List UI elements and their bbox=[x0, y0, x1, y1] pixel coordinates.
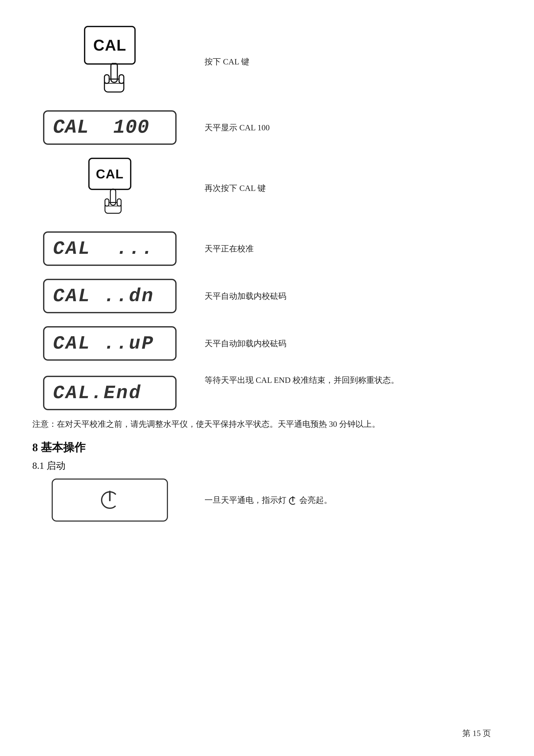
cal-text-3: 再次按下 CAL 键 bbox=[187, 182, 502, 195]
cal-text-6: 天平自动卸载内校砝码 bbox=[187, 337, 502, 350]
lcd-image-5: CAL ..dn bbox=[32, 279, 187, 313]
section81-heading: 8.1 启动 bbox=[32, 459, 502, 472]
lcd-display-2: CAL 100 bbox=[43, 110, 177, 145]
lcd-text-5: CAL ..dn bbox=[53, 285, 154, 307]
page-number: 第 15 页 bbox=[462, 728, 491, 739]
lcd-display-7: CAL.End bbox=[43, 376, 177, 410]
lcd-text-4: CAL ... bbox=[53, 238, 154, 259]
cal-text-2: 天平显示 CAL 100 bbox=[187, 121, 502, 134]
lcd-image-7: CAL.End bbox=[32, 376, 187, 410]
lcd-text-2: CAL 100 bbox=[53, 117, 149, 139]
cal-button-image-3: CAL bbox=[32, 158, 187, 218]
power-row-text: 一旦天平通电，指示灯 bbox=[205, 494, 286, 507]
cal-text-5: 天平自动加载内校砝码 bbox=[187, 289, 502, 303]
cal-row-6: CAL ..uP 天平自动卸载内校砝码 bbox=[32, 326, 502, 361]
cal-instruction-6: 天平自动卸载内校砝码 bbox=[205, 339, 286, 348]
cal-text-4: 天平正在校准 bbox=[187, 242, 502, 255]
cal-button-container-1: CAL bbox=[84, 26, 136, 97]
lcd-display-4: CAL ... bbox=[43, 231, 177, 266]
power-symbol-sup bbox=[287, 495, 298, 506]
lcd-display-6: CAL ..uP bbox=[43, 326, 177, 361]
svg-rect-8 bbox=[117, 199, 121, 206]
cal-row-7: CAL.End 等待天平出现 CAL END 校准结束，并回到称重状态。 bbox=[32, 374, 502, 410]
cal-row-5: CAL ..dn 天平自动加载内校砝码 bbox=[32, 279, 502, 313]
note-text: 注意：在对天平校准之前，请先调整水平仪，使天平保持水平状态。天平通电预热 30 … bbox=[32, 417, 442, 431]
cal-button-label-1: CAL bbox=[93, 37, 126, 54]
power-display bbox=[52, 478, 168, 522]
lcd-text-7: CAL.End bbox=[53, 382, 142, 404]
cal-row-4: CAL ... 天平正在校准 bbox=[32, 231, 502, 266]
cal-row-3: CAL 再次按下 CAL 键 bbox=[32, 158, 502, 218]
finger-icon-3 bbox=[102, 188, 124, 218]
cal-instruction-7: 等待天平出现 CAL END 校准结束，并回到称重状态。 bbox=[205, 375, 399, 385]
cal-instruction-2: 天平显示 CAL 100 bbox=[205, 123, 270, 132]
power-icon bbox=[99, 489, 120, 511]
svg-rect-3 bbox=[119, 75, 124, 83]
cal-instruction-5: 天平自动加载内校砝码 bbox=[205, 291, 286, 301]
svg-rect-2 bbox=[104, 75, 109, 83]
power-text: 一旦天平通电，指示灯 会亮起。 bbox=[187, 494, 502, 507]
cal-instruction-4: 天平正在校准 bbox=[205, 244, 254, 253]
section8-heading: 8 基本操作 bbox=[32, 440, 502, 455]
svg-rect-7 bbox=[105, 199, 109, 206]
power-row: 一旦天平通电，指示灯 会亮起。 bbox=[32, 478, 502, 522]
cal-row-1: CAL bbox=[32, 26, 502, 97]
cal-instruction-3: 再次按下 CAL 键 bbox=[205, 183, 266, 193]
lcd-image-4: CAL ... bbox=[32, 231, 187, 266]
section81-title: 8.1 启动 bbox=[32, 460, 65, 471]
cal-button-image-1: CAL bbox=[32, 26, 187, 97]
lcd-text-6: CAL ..uP bbox=[53, 333, 154, 354]
cal-button-container-3: CAL bbox=[88, 158, 131, 218]
cal-instruction-1: 按下 CAL 键 bbox=[205, 57, 249, 66]
lcd-image-2: CAL 100 bbox=[32, 110, 187, 145]
cal-button-1[interactable]: CAL bbox=[84, 26, 136, 65]
lcd-display-5: CAL ..dn bbox=[43, 279, 177, 313]
cal-row-2: CAL 100 天平显示 CAL 100 bbox=[32, 110, 502, 145]
page-label: 第 15 页 bbox=[462, 729, 491, 738]
power-row-text2: 会亮起。 bbox=[299, 494, 332, 507]
power-image-area bbox=[32, 478, 187, 522]
note-content: 注意：在对天平校准之前，请先调整水平仪，使天平保持水平状态。天平通电预热 30 … bbox=[32, 419, 380, 428]
cal-text-1: 按下 CAL 键 bbox=[187, 55, 502, 68]
cal-button-3[interactable]: CAL bbox=[88, 158, 131, 190]
finger-icon-1 bbox=[101, 63, 127, 97]
cal-button-label-3: CAL bbox=[96, 167, 124, 181]
cal-text-7: 等待天平出现 CAL END 校准结束，并回到称重状态。 bbox=[187, 374, 502, 387]
section8-title: 8 基本操作 bbox=[32, 441, 86, 453]
lcd-image-6: CAL ..uP bbox=[32, 326, 187, 361]
